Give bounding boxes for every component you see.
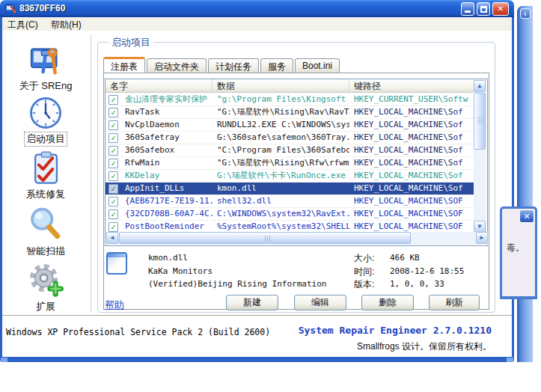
gear-plus-icon — [28, 262, 64, 298]
groupbox-title: 启动项目 — [108, 36, 153, 49]
row-name: NvCplDaemon — [125, 119, 213, 131]
window-border-bottom — [0, 357, 514, 362]
about-tools-icon — [28, 43, 63, 77]
table-row[interactable]: ✓AppInit_DLLskmon.dllHKEY_LOCAL_MACHINE\… — [106, 183, 474, 195]
refresh-button[interactable]: 刷新 — [429, 295, 480, 310]
os-version-text: Windows XP Professional Service Pack 2 (… — [6, 327, 270, 337]
row-checkbox[interactable]: ✓ — [108, 95, 118, 105]
time-label: 时间: — [354, 266, 374, 278]
table-row[interactable]: ✓360SafetrayG:\360safe\safemon\360Tray.e… — [106, 132, 474, 144]
window-corner-left — [1, 358, 7, 362]
app-name-version: System Repair Engineer 2.7.0.1210 — [299, 325, 492, 336]
detail-signer: (Verified)Beijing Rising Information — [148, 279, 326, 289]
startup-table-body: ✓金山清理专家实时保护"g:\Program Files\Kingsoft A.… — [106, 94, 474, 233]
row-name: {32CD708B-60A7-4C... — [125, 208, 213, 220]
chevron-left-icon[interactable]: ‹ — [520, 8, 531, 19]
sidebar-item-about[interactable]: 关于 SREng — [4, 43, 87, 93]
row-checkbox[interactable]: ✓ — [108, 209, 118, 219]
column-header-name[interactable]: 名字 — [106, 79, 213, 92]
table-row[interactable]: ✓{AEB6717E-7E19-11...shell32.dllHKEY_LOC… — [106, 195, 474, 208]
row-checkbox[interactable]: ✓ — [108, 171, 118, 181]
row-data: %SystemRoot%\system32\SHELL3... — [213, 221, 349, 233]
sidebar-item-extensions[interactable]: 扩展 — [4, 262, 87, 313]
window-border-right — [512, 17, 514, 358]
row-keypath: HKEY_LOCAL_MACHINE\Sof — [349, 157, 474, 169]
tab-scheduled-tasks[interactable]: 计划任务 — [208, 58, 259, 73]
scroll-up-icon[interactable]: ▲ — [474, 80, 486, 92]
row-keypath: HKEY_LOCAL_MACHINE\Sof — [349, 170, 474, 182]
row-checkbox[interactable]: ✓ — [108, 159, 118, 168]
table-row[interactable]: ✓金山清理专家实时保护"g:\Program Files\Kingsoft A.… — [106, 94, 474, 106]
row-data: "G:\瑞星软件\Rising\Rfw\rfwm... — [213, 157, 349, 169]
row-keypath: HKEY_LOCAL_MACHINE\Sof — [349, 144, 474, 156]
table-row[interactable]: ✓KKDelayG:\瑞星软件\卡卡\RunOnce.exeHKEY_LOCAL… — [106, 170, 474, 183]
sidebar-item-repair[interactable]: 系统修复 — [4, 151, 87, 201]
row-name: AppInit_DLLs — [125, 183, 213, 195]
tab-bootini[interactable]: Boot.ini — [295, 58, 340, 73]
row-name: RfwMain — [125, 157, 213, 169]
row-data: RUNDLL32.EXE C:\WINDOWS\syst... — [213, 119, 349, 131]
popup-window: ✕ 毒。 — [500, 206, 537, 299]
row-checkbox[interactable]: ✓ — [108, 120, 118, 130]
minimize-icon — [465, 10, 471, 13]
sidebar-item-startup[interactable]: 启动项目 — [4, 96, 87, 146]
menu-bar: 工具(C) 帮助(H) — [2, 17, 512, 31]
horizontal-scrollbar[interactable]: ◀ ▶ — [106, 232, 488, 245]
row-checkbox[interactable]: ✓ — [108, 146, 118, 156]
tab-services[interactable]: 服务 — [260, 58, 293, 73]
magnifier-icon — [28, 206, 64, 242]
title-bar[interactable]: 83670FF60 ✕ — [0, 0, 514, 17]
row-data: "G:\瑞星软件\Rising\Rav\RavT... — [213, 106, 349, 118]
column-header-keypath[interactable]: 键路径 — [349, 79, 474, 92]
row-data: G:\360safe\safemon\360Tray.e... — [213, 132, 349, 144]
minimize-button[interactable] — [461, 2, 474, 16]
table-row[interactable]: ✓RfwMain"G:\瑞星软件\Rising\Rfw\rfwm...HKEY_… — [106, 157, 474, 170]
row-name: PostBootReminder — [125, 221, 213, 233]
table-header: 名字 数据 键路径 — [106, 79, 474, 93]
row-data: G:\瑞星软件\卡卡\RunOnce.exe — [213, 170, 349, 182]
maximize-button[interactable] — [477, 2, 490, 16]
close-button[interactable]: ✕ — [492, 2, 509, 16]
table-row[interactable]: ✓{32CD708B-60A7-4C...C:\WINDOWS\system32… — [106, 208, 474, 221]
help-link[interactable]: 帮助 — [105, 298, 124, 312]
scroll-left-icon[interactable]: ◀ — [106, 232, 118, 244]
delete-button[interactable]: 删除 — [361, 295, 414, 310]
edit-button[interactable]: 编辑 — [294, 295, 346, 310]
row-checkbox[interactable]: ✓ — [108, 133, 118, 143]
row-checkbox[interactable]: ✓ — [108, 197, 118, 206]
row-name: 360Safebox — [125, 144, 213, 156]
table-row[interactable]: ✓NvCplDaemonRUNDLL32.EXE C:\WINDOWS\syst… — [106, 119, 474, 132]
row-name: KKDelay — [125, 170, 213, 182]
sidebar-item-label: 系统修复 — [25, 188, 67, 201]
row-keypath: HKEY_LOCAL_MACHINE\Sof — [349, 183, 474, 195]
scroll-down-icon[interactable]: ▼ — [474, 221, 486, 233]
tab-startup-folder[interactable]: 启动文件夹 — [147, 58, 207, 73]
vertical-scrollbar[interactable]: ▲ ▼ — [474, 80, 486, 233]
screen: ‹ 83670FF60 ✕ 工具(C) 帮助(H) — [0, 0, 541, 392]
sidebar-item-scan[interactable]: 智能扫描 — [4, 206, 87, 258]
popup-close-button[interactable]: ✕ — [519, 209, 534, 223]
credit-text: Smallfrogs 设计。保留所有权利。 — [357, 340, 492, 353]
row-keypath: HKEY_LOCAL_MACHINE\SOF — [349, 195, 474, 207]
row-keypath: HKEY_LOCAL_MACHINE\SOF — [349, 221, 474, 233]
vertical-scroll-thumb[interactable] — [474, 93, 486, 150]
row-data: "C:\Program Files\360Safebox... — [213, 144, 349, 156]
table-row[interactable]: ✓RavTask"G:\瑞星软件\Rising\Rav\RavT...HKEY_… — [106, 106, 474, 119]
column-header-data[interactable]: 数据 — [213, 79, 349, 92]
row-name: RavTask — [125, 106, 213, 118]
clock-icon — [28, 96, 63, 130]
row-checkbox[interactable]: ✓ — [108, 222, 118, 232]
new-button[interactable]: 新建 — [226, 295, 278, 310]
sidebar-item-label: 扩展 — [34, 300, 57, 313]
scroll-right-icon[interactable]: ▶ — [476, 232, 488, 244]
row-data: "g:\Program Files\Kingsoft A... — [213, 94, 349, 105]
window-title: 83670FF60 — [19, 3, 65, 13]
tab-registry[interactable]: 注册表 — [103, 57, 145, 73]
horizontal-scroll-thumb[interactable] — [119, 232, 411, 244]
row-keypath: HKEY_LOCAL_MACHINE\Sof — [349, 106, 474, 118]
row-checkbox[interactable]: ✓ — [108, 184, 118, 194]
table-row[interactable]: ✓360Safebox"C:\Program Files\360Safebox.… — [106, 144, 474, 157]
detail-product: KaKa Monitors — [148, 266, 213, 276]
popup-partial-text: 毒。 — [507, 242, 525, 254]
row-checkbox[interactable]: ✓ — [108, 108, 118, 117]
